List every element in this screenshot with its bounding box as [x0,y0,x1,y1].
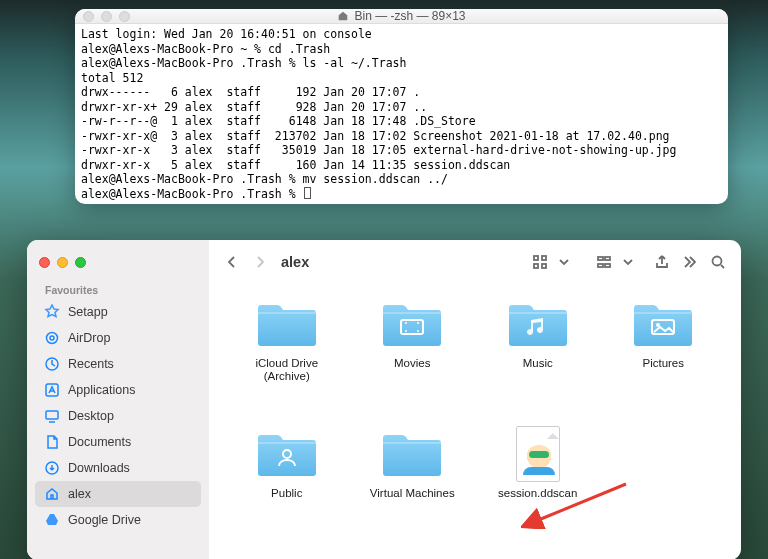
file-name: Music [523,357,553,370]
svg-rect-4 [46,411,58,419]
search-button[interactable] [707,250,729,274]
finder-traffic-lights[interactable] [39,257,86,268]
terminal-cursor [304,187,311,199]
svg-rect-8 [534,264,538,268]
group-button[interactable] [593,250,615,274]
sidebar-item-documents[interactable]: Documents [35,429,201,455]
document-icon [504,426,572,482]
view-icon-button[interactable] [529,250,551,274]
finder-toolbar: alex [209,240,741,284]
zoom-dot[interactable] [75,257,86,268]
terminal-title: Bin — -zsh — 89×13 [337,9,465,23]
file-grid[interactable]: iCloud Drive (Archive)MoviesMusicPicture… [209,284,741,559]
svg-point-18 [417,322,419,324]
file-item[interactable]: Virtual Machines [355,426,471,546]
close-dot[interactable] [39,257,50,268]
setapp-icon [43,304,60,321]
terminal-line: -rwxr-xr-x@ 3 alex staff 213702 Jan 18 1… [81,129,722,144]
terminal-line: alex@Alexs-MacBook-Pro .Trash % mv sessi… [81,172,722,187]
gdrive-icon [43,512,60,529]
sidebar-item-label: alex [68,487,193,501]
terminal-window: Bin — -zsh — 89×13 Last login: Wed Jan 2… [75,9,728,204]
home-icon [337,11,349,21]
folder-icon [378,426,446,482]
terminal-line: -rwxr-xr-x 3 alex staff 35019 Jan 18 17:… [81,143,722,158]
svg-rect-7 [542,256,546,260]
sidebar-item-label: Applications [68,383,193,397]
sidebar-section-label: Favourites [27,284,209,299]
desktop-icon [43,408,60,425]
svg-point-16 [405,322,407,324]
terminal-line: drwxr-xr-x+ 29 alex staff 928 Jan 20 17:… [81,100,722,115]
svg-rect-13 [605,264,610,267]
file-name: session.ddscan [498,487,577,500]
forward-button[interactable] [249,250,271,274]
downloads-icon [43,460,60,477]
svg-point-0 [46,333,57,344]
svg-rect-10 [598,257,603,260]
sidebar-item-label: Desktop [68,409,193,423]
terminal-title-text: Bin — -zsh — 89×13 [354,9,465,23]
path-title: alex [281,254,309,270]
recents-icon [43,356,60,373]
sidebar-item-desktop[interactable]: Desktop [35,403,201,429]
sidebar-item-label: Google Drive [68,513,193,527]
documents-icon [43,434,60,451]
file-item[interactable]: Pictures [606,296,722,416]
file-item[interactable]: Movies [355,296,471,416]
file-name: Virtual Machines [370,487,455,500]
apps-icon [43,382,60,399]
svg-rect-9 [542,264,546,268]
terminal-line: total 512 [81,71,722,86]
svg-point-17 [405,330,407,332]
svg-rect-6 [534,256,538,260]
svg-rect-11 [605,257,610,260]
terminal-body[interactable]: Last login: Wed Jan 20 16:40:51 on conso… [75,24,728,204]
file-name: Pictures [642,357,684,370]
folder-music-icon [504,296,572,352]
file-name: Public [271,487,302,500]
view-chevron-icon[interactable] [553,250,575,274]
minimize-dot[interactable] [101,11,112,22]
sidebar-item-google-drive[interactable]: Google Drive [35,507,201,533]
sidebar-item-alex[interactable]: alex [35,481,201,507]
terminal-traffic-lights[interactable] [83,11,130,22]
sidebar-item-recents[interactable]: Recents [35,351,201,377]
sidebar-item-setapp[interactable]: Setapp [35,299,201,325]
group-chevron-icon[interactable] [617,250,639,274]
home-icon [43,486,60,503]
share-button[interactable] [651,250,673,274]
minimize-dot[interactable] [57,257,68,268]
file-item[interactable]: session.ddscan [480,426,596,546]
svg-point-19 [417,330,419,332]
terminal-line: alex@Alexs-MacBook-Pro ~ % cd .Trash [81,42,722,57]
sidebar-item-downloads[interactable]: Downloads [35,455,201,481]
sidebar-item-airdrop[interactable]: AirDrop [35,325,201,351]
terminal-titlebar[interactable]: Bin — -zsh — 89×13 [75,9,728,24]
file-item[interactable]: Music [480,296,596,416]
folder-public-icon [253,426,321,482]
file-item[interactable]: Public [229,426,345,546]
sidebar-item-label: Downloads [68,461,193,475]
folder-movies-icon [378,296,446,352]
airdrop-icon [43,330,60,347]
sidebar-item-label: Recents [68,357,193,371]
svg-rect-12 [598,264,603,267]
zoom-dot[interactable] [119,11,130,22]
file-item[interactable]: iCloud Drive (Archive) [229,296,345,416]
more-button[interactable] [679,250,701,274]
finder-main: alex iCloud Drive (Archive)MoviesMusicPi… [209,240,741,559]
svg-point-1 [50,336,54,340]
svg-point-14 [713,257,722,266]
terminal-line: drwx------ 6 alex staff 192 Jan 20 17:07… [81,85,722,100]
sidebar-item-label: Setapp [68,305,193,319]
back-button[interactable] [221,250,243,274]
folder-pictures-icon [629,296,697,352]
finder-window: Favourites SetappAirDropRecentsApplicati… [27,240,741,559]
file-name: iCloud Drive (Archive) [232,357,342,383]
terminal-line: -rw-r--r--@ 1 alex staff 6148 Jan 18 17:… [81,114,722,129]
sidebar-item-applications[interactable]: Applications [35,377,201,403]
folder-icon [253,296,321,352]
close-dot[interactable] [83,11,94,22]
sidebar-item-label: AirDrop [68,331,193,345]
